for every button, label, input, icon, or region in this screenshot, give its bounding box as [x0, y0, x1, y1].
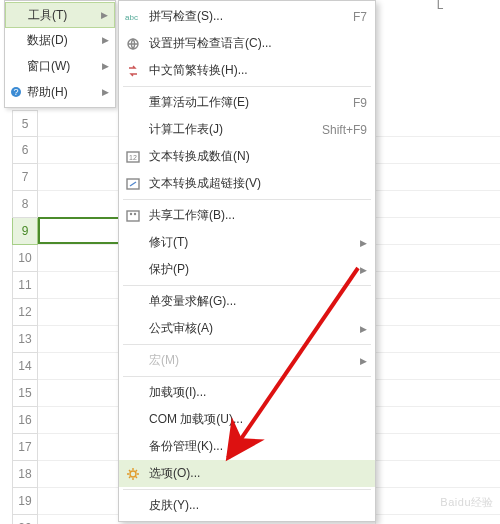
submenu-item-label: 拼写检查(S)... [149, 8, 223, 25]
submenu-item[interactable]: 计算工作表(J)Shift+F9 [119, 116, 375, 143]
submenu-item-label: 文本转换成超链接(V) [149, 175, 261, 192]
chevron-right-icon: ▶ [102, 35, 109, 45]
submenu-item[interactable]: 共享工作簿(B)... [119, 202, 375, 229]
chevron-right-icon: ▶ [360, 324, 367, 334]
row-header[interactable]: 8 [12, 191, 38, 218]
svg-text:abc: abc [125, 13, 138, 22]
svg-text:12: 12 [129, 154, 137, 161]
tonum-icon: 12 [125, 149, 141, 165]
submenu-item[interactable]: 中文简繁转换(H)... [119, 57, 375, 84]
submenu-item-label: 保护(P) [149, 261, 189, 278]
main-menu: 工具(T)▶数据(D)▶窗口(W)▶?帮助(H)▶ [4, 0, 116, 108]
globe-icon [125, 36, 141, 52]
row-header[interactable]: 5 [12, 110, 38, 137]
row-header[interactable]: 6 [12, 137, 38, 164]
submenu-item[interactable]: abc拼写检查(S)...F7 [119, 3, 375, 30]
menu-item-label: 窗口(W) [27, 58, 70, 75]
submenu-item[interactable]: 文本转换成超链接(V) [119, 170, 375, 197]
submenu-item[interactable]: 修订(T)▶ [119, 229, 375, 256]
convert-icon [125, 63, 141, 79]
row-header[interactable]: 11 [12, 272, 38, 299]
submenu-item[interactable]: 皮肤(Y)... [119, 492, 375, 519]
submenu-item[interactable]: 保护(P)▶ [119, 256, 375, 283]
submenu-item[interactable]: 公式审核(A)▶ [119, 315, 375, 342]
menu-separator [123, 199, 371, 200]
submenu-item: 宏(M)▶ [119, 347, 375, 374]
submenu-item[interactable]: 12文本转换成数值(N) [119, 143, 375, 170]
svg-point-9 [134, 212, 136, 214]
chevron-right-icon: ▶ [360, 356, 367, 366]
svg-rect-7 [127, 211, 139, 221]
shortcut-text: Shift+F9 [322, 123, 367, 137]
row-header[interactable]: 7 [12, 164, 38, 191]
submenu-item-label: 选项(O)... [149, 465, 200, 482]
abc-icon: abc [125, 9, 141, 25]
menu-item[interactable]: 工具(T)▶ [5, 2, 115, 28]
menu-separator [123, 86, 371, 87]
help-icon: ? [9, 85, 23, 99]
chevron-right-icon: ▶ [360, 265, 367, 275]
chevron-right-icon: ▶ [360, 238, 367, 248]
menu-separator [123, 285, 371, 286]
submenu-item[interactable]: 单变量求解(G)... [119, 288, 375, 315]
gear-icon [125, 466, 141, 482]
row-header[interactable]: 17 [12, 434, 38, 461]
row-header[interactable]: 13 [12, 326, 38, 353]
submenu-item-label: 修订(T) [149, 234, 188, 251]
submenu-item-label: 设置拼写检查语言(C)... [149, 35, 272, 52]
submenu-item-label: 宏(M) [149, 352, 179, 369]
row-header[interactable]: 10 [12, 245, 38, 272]
submenu-item-label: 共享工作簿(B)... [149, 207, 235, 224]
watermark: Baidu经验 [440, 495, 494, 510]
row-header[interactable]: 19 [12, 488, 38, 515]
submenu-item[interactable]: 重算活动工作簿(E)F9 [119, 89, 375, 116]
row-header[interactable]: 9 [12, 218, 38, 245]
column-header-l[interactable]: L [380, 0, 500, 12]
menu-item[interactable]: ?帮助(H)▶ [5, 79, 115, 105]
submenu-item[interactable]: COM 加载项(U)... [119, 406, 375, 433]
submenu-item-label: 公式审核(A) [149, 320, 213, 337]
menu-item[interactable]: 数据(D)▶ [5, 27, 115, 53]
submenu-item-label: 单变量求解(G)... [149, 293, 236, 310]
menu-separator [123, 376, 371, 377]
menu-separator [123, 344, 371, 345]
menu-separator [123, 489, 371, 490]
row-header[interactable]: 16 [12, 407, 38, 434]
submenu-item-label: 加载项(I)... [149, 384, 206, 401]
menu-item-label: 帮助(H) [27, 84, 68, 101]
chevron-right-icon: ▶ [102, 87, 109, 97]
svg-point-8 [130, 212, 132, 214]
submenu-item-label: 皮肤(Y)... [149, 497, 199, 514]
submenu-item-label: 计算工作表(J) [149, 121, 223, 138]
menu-item[interactable]: 窗口(W)▶ [5, 53, 115, 79]
share-icon [125, 208, 141, 224]
row-header[interactable]: 15 [12, 380, 38, 407]
svg-point-10 [130, 471, 136, 477]
shortcut-text: F9 [353, 96, 367, 110]
row-header[interactable]: 12 [12, 299, 38, 326]
menu-item-label: 数据(D) [27, 32, 68, 49]
shortcut-text: F7 [353, 10, 367, 24]
chevron-right-icon: ▶ [102, 61, 109, 71]
tools-submenu: abc拼写检查(S)...F7设置拼写检查语言(C)...中文简繁转换(H)..… [118, 0, 376, 522]
svg-text:?: ? [13, 87, 18, 97]
row-header[interactable]: 14 [12, 353, 38, 380]
chevron-right-icon: ▶ [101, 10, 108, 20]
submenu-item[interactable]: 备份管理(K)... [119, 433, 375, 460]
row-header[interactable]: 18 [12, 461, 38, 488]
menu-item-label: 工具(T) [28, 7, 67, 24]
submenu-item[interactable]: 设置拼写检查语言(C)... [119, 30, 375, 57]
submenu-item[interactable]: 选项(O)... [119, 460, 375, 487]
submenu-item-label: 重算活动工作簿(E) [149, 94, 249, 111]
submenu-item-label: COM 加载项(U)... [149, 411, 243, 428]
tolink-icon [125, 176, 141, 192]
submenu-item-label: 备份管理(K)... [149, 438, 223, 455]
submenu-item[interactable]: 加载项(I)... [119, 379, 375, 406]
row-header[interactable]: 20 [12, 515, 38, 524]
submenu-item-label: 中文简繁转换(H)... [149, 62, 248, 79]
submenu-item-label: 文本转换成数值(N) [149, 148, 250, 165]
